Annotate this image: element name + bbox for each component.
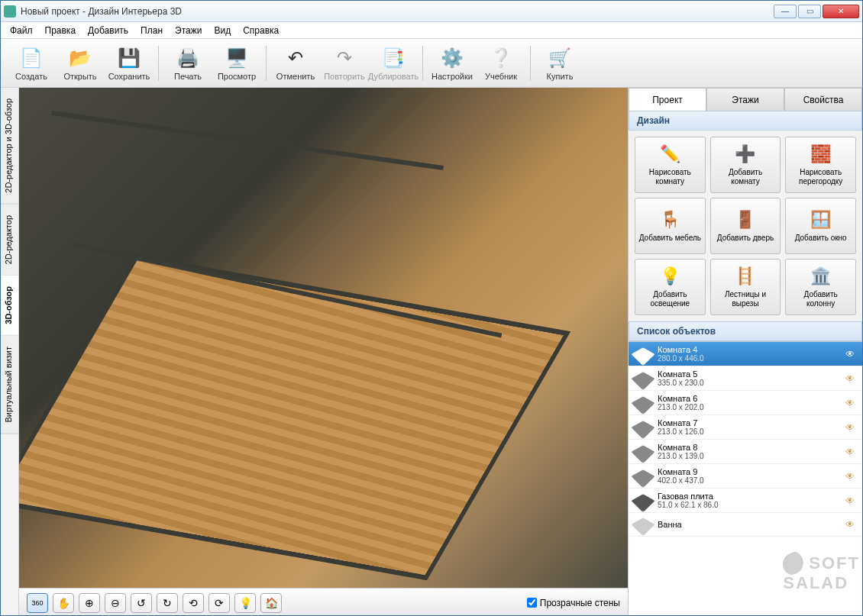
maximize-button[interactable]: ▭ [798, 5, 821, 18]
lt-2d3d[interactable]: 2D-редактор и 3D-обзор [1, 88, 18, 205]
visibility-eye-icon[interactable]: 👁 [845, 373, 856, 384]
db-column[interactable]: 🏛️Добавить колонну [785, 259, 856, 315]
minimize-button[interactable]: — [774, 5, 797, 18]
visibility-eye-icon[interactable]: 👁 [845, 398, 856, 408]
toolbar: 📄Создать📂Открыть💾Сохранить🖨️Печать🖥️Прос… [1, 39, 862, 88]
lt-2d[interactable]: 2D-редактор [1, 205, 18, 276]
db-partition-icon: 🧱 [810, 144, 832, 165]
db-stairs-icon: 🪜 [735, 266, 756, 287]
object-item[interactable]: Комната 5335.0 x 230.0👁 [629, 366, 862, 391]
vb-light[interactable]: 💡 [234, 593, 256, 613]
toolbar-separator [422, 46, 423, 81]
tb-create-label: Создать [15, 72, 47, 81]
tb-preview-label: Просмотр [218, 72, 256, 81]
vb-360[interactable]: 360 [27, 593, 48, 613]
tb-save[interactable]: 💾Сохранить [105, 42, 154, 85]
object-dimensions: 51.0 x 62.1 x 86.0 [658, 501, 839, 509]
tb-print-icon: 🖨️ [176, 46, 200, 70]
vb-rotccw[interactable]: ↺ [131, 593, 152, 613]
tb-save-icon: 💾 [117, 46, 141, 70]
tb-settings[interactable]: ⚙️Настройки [428, 42, 477, 85]
transparent-walls-checkbox[interactable]: Прозрачные стены [527, 598, 620, 608]
visibility-eye-icon[interactable]: 👁 [845, 349, 856, 360]
menu-Этажи[interactable]: Этажи [170, 24, 206, 37]
object-item[interactable]: Комната 9402.0 x 437.0👁 [629, 464, 862, 489]
vb-tiltdown[interactable]: ⟳ [208, 593, 230, 613]
object-icon [631, 396, 655, 414]
transparent-walls-input[interactable] [527, 598, 537, 608]
object-item[interactable]: Комната 6213.0 x 202.0👁 [629, 391, 862, 415]
transparent-walls-label: Прозрачные стены [540, 598, 620, 608]
object-icon [631, 445, 655, 463]
tb-buy-icon: 🛒 [548, 46, 572, 70]
menu-Справка[interactable]: Справка [238, 24, 283, 37]
db-furniture-label: Добавить мебель [639, 234, 701, 243]
tb-undo-icon: ↶ [283, 46, 308, 70]
rt-props[interactable]: Свойства [784, 88, 862, 111]
db-add-room-icon: ➕ [735, 144, 756, 165]
visibility-eye-icon[interactable]: 👁 [845, 422, 856, 433]
object-item[interactable]: Комната 4280.0 x 446.0👁 [629, 342, 862, 366]
room-floor [19, 260, 563, 576]
design-section-header: Дизайн [629, 111, 862, 131]
tb-open-icon: 📂 [68, 46, 92, 70]
tb-undo[interactable]: ↶Отменить [271, 42, 320, 85]
menu-Вид[interactable]: Вид [209, 24, 235, 37]
object-name: Комната 7 [658, 418, 839, 427]
object-item[interactable]: Комната 8213.0 x 139.0👁 [629, 440, 862, 464]
object-icon [631, 372, 655, 390]
vb-pan[interactable]: ✋ [53, 593, 74, 613]
object-item[interactable]: Ванна👁 [629, 513, 862, 537]
db-add-room[interactable]: ➕Добавить комнату [710, 137, 781, 193]
db-partition-label: Нарисовать перегородку [789, 168, 852, 186]
tb-help[interactable]: ❔Учебник [477, 42, 525, 85]
db-light[interactable]: 💡Добавить освещение [635, 259, 706, 315]
objects-section-header: Список объектов [629, 321, 862, 341]
tb-open[interactable]: 📂Открыть [56, 42, 105, 85]
rt-project[interactable]: Проект [629, 88, 706, 111]
tb-print[interactable]: 🖨️Печать [163, 42, 212, 85]
db-window[interactable]: 🪟Добавить окно [785, 198, 856, 254]
vb-zoomin[interactable]: ⊕ [79, 593, 100, 613]
db-door[interactable]: 🚪Добавить дверь [710, 198, 781, 254]
object-list[interactable]: Комната 4280.0 x 446.0👁Комната 5335.0 x … [629, 341, 862, 616]
tb-save-label: Сохранить [108, 72, 150, 81]
3d-canvas[interactable] [19, 88, 628, 588]
vb-tiltup[interactable]: ⟲ [183, 593, 204, 613]
rt-floors[interactable]: Этажи [706, 88, 784, 111]
object-icon [631, 421, 655, 439]
db-partition[interactable]: 🧱Нарисовать перегородку [785, 137, 856, 193]
db-draw-room[interactable]: ✏️Нарисовать комнату [635, 137, 706, 193]
view-toolbar: 360✋⊕⊖↺↻⟲⟳💡🏠Прозрачные стены [19, 588, 628, 616]
db-furniture-icon: 🪑 [659, 209, 680, 231]
tb-preview[interactable]: 🖥️Просмотр [212, 42, 261, 85]
vb-zoomout[interactable]: ⊖ [105, 593, 126, 613]
object-item[interactable]: Газовая плита51.0 x 62.1 x 86.0👁 [629, 489, 862, 513]
tb-print-label: Печать [174, 72, 202, 81]
close-button[interactable]: ✕ [823, 5, 859, 18]
visibility-eye-icon[interactable]: 👁 [845, 471, 856, 482]
menu-План[interactable]: План [136, 24, 167, 37]
visibility-eye-icon[interactable]: 👁 [845, 519, 856, 530]
lt-3d[interactable]: 3D-обзор [1, 276, 18, 336]
vb-home[interactable]: 🏠 [260, 593, 282, 613]
db-stairs[interactable]: 🪜Лестницы и вырезы [710, 259, 781, 315]
db-light-icon: 💡 [659, 266, 680, 287]
db-furniture[interactable]: 🪑Добавить мебель [635, 198, 706, 254]
tb-create-icon: 📄 [19, 46, 44, 70]
object-item[interactable]: Комната 7213.0 x 126.0👁 [629, 415, 862, 440]
menu-Файл[interactable]: Файл [5, 24, 37, 37]
menu-Правка[interactable]: Правка [40, 24, 81, 37]
menu-Добавить[interactable]: Добавить [83, 24, 133, 37]
visibility-eye-icon[interactable]: 👁 [845, 495, 856, 506]
vb-rotcw[interactable]: ↻ [157, 593, 178, 613]
menubar: ФайлПравкаДобавитьПланЭтажиВидСправка [1, 22, 862, 39]
object-icon [631, 494, 655, 512]
window-title: Новый проект - Дизайн Интерьера 3D [21, 6, 774, 17]
tb-create[interactable]: 📄Создать [7, 42, 56, 85]
app-icon [4, 5, 16, 18]
visibility-eye-icon[interactable]: 👁 [845, 447, 856, 457]
tb-buy[interactable]: 🛒Купить [535, 42, 584, 85]
wall-segment [51, 110, 444, 169]
lt-virtual[interactable]: Виртуальный визит [1, 336, 18, 434]
